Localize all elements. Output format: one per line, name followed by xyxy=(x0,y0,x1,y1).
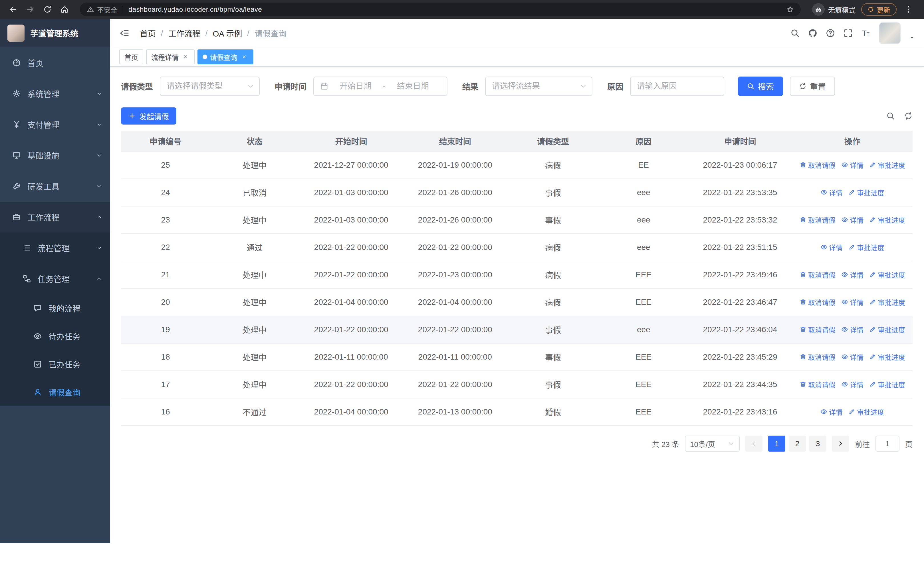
detail-link[interactable]: 详情 xyxy=(820,407,843,417)
tag-home[interactable]: 首页 xyxy=(119,50,143,64)
toggle-search-icon[interactable] xyxy=(886,112,895,120)
sidebar-item[interactable]: 待办任务 xyxy=(0,322,110,350)
result-input[interactable] xyxy=(492,82,576,91)
cell-status: 不通过 xyxy=(210,398,299,426)
cell-operations: 取消请假详情审批进度 xyxy=(792,261,913,289)
progress-link[interactable]: 审批进度 xyxy=(848,407,884,417)
chevron-down-icon[interactable] xyxy=(909,35,915,41)
help-icon[interactable] xyxy=(826,29,835,38)
fullscreen-icon[interactable] xyxy=(843,29,853,38)
cell-status: 处理中 xyxy=(210,206,299,234)
reason-field[interactable] xyxy=(630,77,724,96)
close-icon[interactable] xyxy=(182,53,189,61)
cancel-link[interactable]: 取消请假 xyxy=(800,160,836,170)
progress-link[interactable]: 审批进度 xyxy=(869,215,905,225)
progress-link[interactable]: 审批进度 xyxy=(848,242,884,252)
security-warning-icon[interactable] xyxy=(87,6,94,13)
end-date-input[interactable] xyxy=(389,82,437,91)
tag-leave-query[interactable]: 请假查询 xyxy=(198,50,254,64)
sidebar-item[interactable]: 流程管理 xyxy=(0,233,110,263)
sidebar-item[interactable]: 系统管理 xyxy=(0,78,110,109)
close-icon[interactable] xyxy=(240,53,248,61)
security-warning-label[interactable]: 不安全 xyxy=(97,5,118,15)
next-page-button[interactable] xyxy=(832,436,849,451)
progress-link[interactable]: 审批进度 xyxy=(869,325,905,334)
url-text[interactable]: dashboard.yudao.iocoder.cn/bpm/oa/leave xyxy=(128,5,786,14)
breadcrumb-item[interactable]: 工作流程 xyxy=(168,27,200,39)
page-button[interactable]: 1 xyxy=(768,436,785,451)
progress-link[interactable]: 审批进度 xyxy=(869,352,905,362)
detail-link[interactable]: 详情 xyxy=(820,242,843,252)
chevron-down-icon xyxy=(96,122,102,127)
github-icon[interactable] xyxy=(808,29,817,38)
goto-page-input[interactable] xyxy=(876,436,900,451)
browser-forward-icon[interactable] xyxy=(23,2,38,17)
create-leave-button[interactable]: 发起请假 xyxy=(121,107,176,125)
sidebar-collapse-icon[interactable] xyxy=(119,28,129,38)
sidebar-item[interactable]: 首页 xyxy=(0,47,110,78)
progress-link[interactable]: 审批进度 xyxy=(869,160,905,170)
cancel-link[interactable]: 取消请假 xyxy=(800,325,836,334)
progress-link[interactable]: 审批进度 xyxy=(848,187,884,197)
cell-applied: 2022-01-22 23:44:35 xyxy=(688,371,792,398)
cancel-link[interactable]: 取消请假 xyxy=(800,352,836,362)
search-icon[interactable] xyxy=(790,29,800,38)
sidebar-item[interactable]: 请假查询 xyxy=(0,378,110,406)
table-row: 25处理中2021-12-27 00:00:002022-01-19 00:00… xyxy=(121,151,913,179)
leave-type-select[interactable] xyxy=(160,77,260,96)
browser-reload-icon[interactable] xyxy=(40,2,55,17)
cell-operations: 详情审批进度 xyxy=(792,179,913,206)
cancel-link[interactable]: 取消请假 xyxy=(800,215,836,225)
progress-link[interactable]: 审批进度 xyxy=(869,297,905,307)
progress-link[interactable]: 审批进度 xyxy=(869,270,905,280)
detail-link[interactable]: 详情 xyxy=(841,325,864,334)
sidebar: 芋道管理系统 首页系统管理支付管理基础设施研发工具工作流程流程管理任务管理我的流… xyxy=(0,19,110,561)
breadcrumb-item[interactable]: 首页 xyxy=(140,27,156,39)
font-size-icon[interactable]: TT xyxy=(861,29,870,38)
browser-home-icon[interactable] xyxy=(57,2,72,17)
detail-link[interactable]: 详情 xyxy=(841,270,864,280)
sidebar-item[interactable]: 我的流程 xyxy=(0,294,110,322)
detail-link[interactable]: 详情 xyxy=(841,215,864,225)
address-bar[interactable]: 不安全 dashboard.yudao.iocoder.cn/bpm/oa/le… xyxy=(80,3,801,16)
sidebar-item[interactable]: 已办任务 xyxy=(0,350,110,378)
start-date-input[interactable] xyxy=(332,82,380,91)
browser-back-icon[interactable] xyxy=(6,2,21,17)
page-button[interactable]: 3 xyxy=(809,436,826,451)
sidebar-item[interactable]: 研发工具 xyxy=(0,171,110,202)
sidebar-item[interactable]: 基础设施 xyxy=(0,140,110,171)
refresh-table-icon[interactable] xyxy=(904,112,913,120)
tag-process-detail[interactable]: 流程详情 xyxy=(146,50,195,64)
reset-button[interactable]: 重置 xyxy=(790,77,835,96)
prev-page-button[interactable] xyxy=(746,436,762,451)
search-button[interactable]: 搜索 xyxy=(738,77,783,96)
reason-input[interactable] xyxy=(637,82,717,91)
detail-link[interactable]: 详情 xyxy=(841,379,864,390)
sidebar-item[interactable]: 工作流程 xyxy=(0,202,110,233)
page-button[interactable]: 2 xyxy=(789,436,806,451)
update-button[interactable]: 更新 xyxy=(861,3,897,16)
browser-menu-icon[interactable] xyxy=(901,2,916,17)
cancel-link[interactable]: 取消请假 xyxy=(800,270,836,280)
detail-link[interactable]: 详情 xyxy=(841,352,864,362)
sidebar-item[interactable]: 任务管理 xyxy=(0,263,110,294)
detail-link[interactable]: 详情 xyxy=(820,187,843,197)
bookmark-star-icon[interactable] xyxy=(786,6,794,13)
app-logo[interactable]: 芋道管理系统 xyxy=(0,19,110,47)
avatar[interactable] xyxy=(879,22,901,44)
page-content: 请假类型 申请时间 - 结果 xyxy=(110,67,924,561)
breadcrumb-item[interactable]: OA 示例 xyxy=(213,27,242,39)
cell-start: 2022-01-11 00:00:00 xyxy=(299,343,403,371)
detail-link[interactable]: 详情 xyxy=(841,160,864,170)
detail-link[interactable]: 详情 xyxy=(841,297,864,307)
apply-time-range[interactable]: - xyxy=(314,77,447,96)
sidebar-item[interactable]: 支付管理 xyxy=(0,109,110,140)
cancel-link[interactable]: 取消请假 xyxy=(800,379,836,390)
cancel-link[interactable]: 取消请假 xyxy=(800,297,836,307)
page-size-select[interactable]: 10条/页 xyxy=(685,436,740,451)
breadcrumb-separator: / xyxy=(206,29,208,38)
result-select[interactable] xyxy=(485,77,592,96)
table-row: 19处理中2022-01-22 00:00:002022-01-22 00:00… xyxy=(121,316,913,343)
progress-link[interactable]: 审批进度 xyxy=(869,379,905,390)
leave-type-input[interactable] xyxy=(166,82,243,91)
